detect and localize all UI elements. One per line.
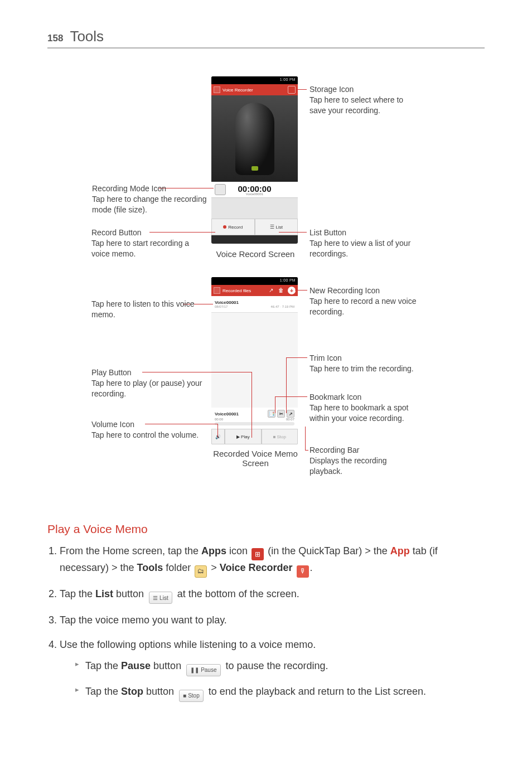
storage-icon[interactable] [288, 86, 296, 94]
delete-icon[interactable]: 🗑 [278, 287, 284, 293]
list-icon: ☰ [270, 224, 274, 230]
recording-mode-icon[interactable] [215, 184, 226, 195]
apps-icon: ⊞ [252, 548, 264, 560]
file-row[interactable]: Voice00001 08/07/1746.47 · 7:19 PM [211, 296, 298, 313]
callout-listen: Tap here to listen to this voice memo. [91, 299, 209, 320]
volume-icon[interactable]: 🔊 [211, 429, 225, 444]
page-header: 158 Tools [47, 28, 485, 49]
sub-1: Tap the Pause button ❚❚ Pause to pause t… [75, 659, 485, 676]
bottom-buttons: Record ☰List [211, 219, 298, 235]
list-body [211, 313, 298, 408]
step-2: Tap the List button ☰ List at the bottom… [60, 587, 485, 604]
callout-newrec: New Recording Icon Tap here to record a … [309, 285, 427, 317]
play-button[interactable]: ▶ Play [225, 429, 261, 444]
callout-bookmark: Bookmark Icon Tap here to bookmark a spo… [309, 392, 421, 424]
waveform-strip [211, 197, 298, 219]
step-4: Use the following options while listenin… [60, 637, 485, 701]
voice-recorder-icon: 🎙 [297, 565, 309, 578]
phone-voice-record: 1:00 PM Voice Recorder 00:00:00 Voice000… [211, 76, 298, 244]
leader-line [275, 396, 307, 397]
callout-record: Record Button Tap here to start recordin… [91, 227, 209, 259]
page-title: Tools [70, 28, 104, 45]
app-titlebar: Voice Recorder [211, 84, 298, 95]
callout-recbar: Recording Bar Displays the recording pla… [309, 445, 421, 477]
leader-line [296, 89, 307, 90]
player-cur: 00:00 [215, 418, 223, 421]
app-icon [214, 86, 220, 93]
file-duration: 7:19 PM [282, 305, 294, 308]
player-panel: Voice00001 📑 ✂ ↗ 00:0000:07 [211, 408, 298, 429]
callout-play: Play Button Tap here to play (or pause) … [91, 367, 209, 399]
phone-recorded-memo: 1:00 PM Recorded files ↗ 🗑 + Voice00001 … [211, 277, 298, 444]
play-controls: 🔊 ▶ Play ■ Stop [211, 429, 298, 444]
share-icon[interactable]: ↗ [268, 287, 274, 293]
record-button[interactable]: Record [211, 219, 255, 235]
leader-line [275, 396, 275, 413]
list-button[interactable]: ☰List [255, 219, 298, 235]
status-bar: 1:00 PM [211, 76, 298, 84]
mic-area [211, 95, 298, 182]
bookmark-icon[interactable]: 📑 [268, 410, 275, 418]
app-title: Recorded files [223, 288, 265, 293]
tools-folder-icon: 🗂 [195, 565, 207, 578]
leader-line [305, 450, 308, 451]
list-inline-button: ☰ List [149, 592, 172, 604]
sub-2: Tap the Stop button ■ Stop to end the pl… [75, 684, 485, 702]
recording-bar[interactable] [215, 422, 294, 425]
stop-inline-button: ■ Stop [179, 690, 204, 702]
step-list: From the Home screen, tap the Apps icon … [47, 544, 485, 702]
record-dot-icon [223, 225, 226, 229]
timer-row: 00:00:00 Voice00001 [211, 182, 298, 197]
leader-line [217, 424, 218, 438]
stop-button[interactable]: ■ Stop [262, 429, 298, 444]
diagram-zone: 1:00 PM Voice Recorder 00:00:00 Voice000… [47, 76, 485, 506]
file-date: 08/07/17 [215, 305, 228, 308]
page-number: 158 [47, 33, 63, 44]
leader-line [286, 357, 287, 413]
file-name: Voice00001 [215, 300, 294, 305]
step-1: From the Home screen, tap the Apps icon … [60, 544, 485, 578]
leader-line [295, 290, 307, 290]
sub-list: Tap the Pause button ❚❚ Pause to pause t… [60, 659, 485, 702]
player-filename: Voice00001 [215, 411, 239, 417]
app-title: Voice Recorder [223, 88, 286, 93]
leader-line [252, 372, 252, 438]
section-heading: Play a Voice Memo [47, 522, 485, 536]
leader-line [279, 232, 307, 233]
leader-line [305, 427, 306, 450]
caption-recorded-memo-screen: Recorded Voice Memo Screen [208, 449, 303, 468]
app-icon [214, 287, 220, 294]
step-3: Tap the voice memo you want to play. [60, 613, 485, 628]
callout-trim: Trim Icon Tap here to trim the recording… [309, 353, 421, 374]
new-recording-icon[interactable]: + [288, 287, 296, 294]
callout-list: List Button Tap here to view a list of y… [309, 227, 421, 259]
leader-line [286, 357, 307, 358]
microphone-graphic [235, 103, 274, 175]
caption-voice-record-screen: Voice Record Screen [208, 249, 303, 259]
share-mini-icon[interactable]: ↗ [287, 410, 294, 418]
pause-inline-button: ❚❚ Pause [186, 664, 220, 676]
player-end: 00:07 [286, 418, 294, 421]
status-bar: 1:00 PM [211, 277, 298, 285]
file-size: 46.47 [271, 305, 279, 308]
callout-mode: Recording Mode Icon Tap here to change t… [92, 183, 209, 215]
timer-filename: Voice00001 [229, 192, 280, 196]
callout-volume: Volume Icon Tap here to control the volu… [91, 419, 209, 440]
callout-storage: Storage Icon Tap here to select where to… [309, 84, 421, 116]
trim-icon[interactable]: ✂ [277, 410, 285, 418]
app-titlebar: Recorded files ↗ 🗑 + [211, 285, 298, 296]
